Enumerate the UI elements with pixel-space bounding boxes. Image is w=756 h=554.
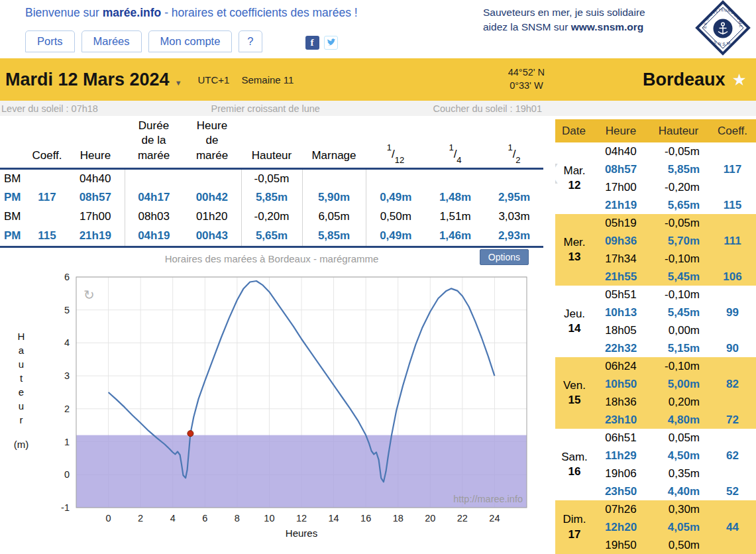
sidebar-col-heure: Heure — [594, 125, 648, 138]
svg-text:22: 22 — [457, 513, 468, 524]
event-height: -0,10m — [648, 357, 709, 375]
options-button[interactable]: Options — [480, 249, 529, 265]
event-coeff — [709, 393, 756, 411]
y-tick-labels: -10123456 — [61, 272, 70, 513]
day-label: Dim.17 — [555, 500, 594, 554]
snsm-link[interactable]: www.snsm.org — [571, 21, 644, 32]
tide-cell-marnage — [302, 169, 366, 188]
tide-cell-heure-maree: 00h42 — [183, 188, 241, 207]
svg-text:24: 24 — [489, 513, 500, 524]
svg-text:4: 4 — [64, 337, 70, 348]
tide-cell-f4: 1,46m — [425, 227, 485, 246]
svg-text:H: H — [18, 331, 25, 342]
snsm-line2: aidez la SNSM sur www.snsm.org — [483, 20, 682, 34]
tide-cell-type: PM — [0, 227, 28, 246]
sidebar-day-15[interactable]: Ven.1506h24-0,10m10h505,00m8218h360,20m2… — [555, 357, 756, 429]
event-coeff — [709, 250, 756, 268]
tide-cell-f4: 1,51m — [425, 207, 485, 227]
sidebar-days: Mar.1204h40-0,05m08h575,85m11717h00-0,20… — [555, 142, 756, 554]
chart-header: Horaires des marées à Bordeaux - marégra… — [0, 253, 543, 270]
svg-text:t: t — [20, 372, 23, 384]
facebook-icon[interactable]: f — [305, 36, 319, 50]
event-coeff — [709, 214, 756, 232]
tide-cell-type: PM — [0, 188, 28, 207]
event-coeff: 106 — [709, 268, 756, 286]
sidebar-day-14[interactable]: Jeu.1405h51-0,10m10h135,45m9918h050,00m2… — [555, 286, 756, 357]
svg-text:8: 8 — [235, 513, 240, 524]
tide-cell-f2: 2,93m — [485, 227, 543, 246]
main-content: Coeff. Heure Durée de la marée Heure de … — [0, 116, 543, 543]
twitter-icon[interactable] — [324, 36, 338, 50]
event-time: 19h50 — [594, 536, 648, 554]
refresh-icon[interactable]: ↻ — [83, 288, 95, 302]
event-height: -0,20m — [648, 178, 709, 196]
tide-event-row: 23h104,80m72 — [594, 411, 756, 429]
event-height: -0,05m — [648, 142, 709, 160]
tide-event-row: 10h505,00m82 — [594, 375, 756, 393]
snsm-logo-icon: LES SAUVETEURS EN MER S.N.S.M. — [695, 0, 751, 56]
brand-link[interactable]: marée.info — [103, 6, 162, 19]
tide-event-row: 19h060,35m — [594, 465, 756, 482]
tide-event-row: 21h195,65m115 — [594, 196, 756, 214]
event-time: 23h50 — [594, 482, 648, 500]
event-coeff — [709, 142, 756, 160]
svg-text:1: 1 — [64, 436, 70, 447]
event-time: 12h20 — [594, 518, 648, 536]
current-date[interactable]: Mardi 12 Mars 2024 — [5, 70, 170, 90]
event-time: 07h26 — [594, 500, 648, 518]
sidebar-day-12[interactable]: Mar.1204h40-0,05m08h575,85m11717h00-0,20… — [555, 142, 756, 214]
svg-text:18: 18 — [393, 513, 404, 524]
svg-text:u: u — [19, 359, 24, 370]
day-label: Ven.15 — [555, 357, 594, 429]
tide-event-row: 06h510,05m — [594, 429, 756, 447]
day-label: Mer.13 — [555, 214, 594, 286]
event-time: 11h29 — [594, 447, 648, 465]
tab-marees[interactable]: Marées — [81, 30, 142, 52]
tide-row-pm-08h57: PM11708h5704h1700h425,85m5,90m0,49m1,48m… — [0, 188, 543, 207]
tab-ports[interactable]: Ports — [25, 30, 75, 52]
sidebar-day-13[interactable]: Mer.1305h19-0,05m09h365,70m11117h34-0,10… — [555, 214, 756, 286]
tide-cell-marnage: 5,85m — [302, 227, 366, 246]
col-hauteur: Hauteur — [241, 116, 302, 169]
tide-event-row: 21h555,45m106 — [594, 268, 756, 286]
tide-event-row: 19h500,50m — [594, 536, 756, 554]
tide-cell-coeff: 117 — [28, 188, 66, 207]
tide-event-row: 06h24-0,10m — [594, 357, 756, 375]
event-height: 0,00m — [648, 321, 709, 339]
sidebar-col-hauteur: Hauteur — [648, 125, 709, 138]
favorite-star-icon[interactable]: ★ — [732, 70, 747, 89]
event-coeff — [709, 357, 756, 375]
tide-cell-f4: 1,48m — [425, 188, 485, 207]
tide-event-row: 05h51-0,10m — [594, 286, 756, 304]
svg-text:r: r — [20, 414, 23, 425]
date-dropdown-icon[interactable]: ▼ — [175, 79, 182, 87]
event-coeff — [709, 178, 756, 196]
tab-help[interactable]: ? — [239, 30, 262, 52]
tide-cell-type: BM — [0, 169, 28, 188]
tide-event-row: 07h260,30m — [594, 500, 756, 518]
svg-text:3: 3 — [64, 370, 70, 381]
tide-cell-f12: 0,49m — [366, 188, 425, 207]
tide-table: Coeff. Heure Durée de la marée Heure de … — [0, 116, 543, 246]
sidebar-day-16[interactable]: Sam.1606h510,05m11h294,50m6219h060,35m23… — [555, 429, 756, 500]
col-heure: Heure — [66, 116, 125, 169]
event-time: 10h13 — [594, 304, 648, 321]
event-height: 4,50m — [648, 447, 709, 465]
event-time: 08h57 — [594, 160, 648, 178]
event-height: 0,50m — [648, 536, 709, 554]
sidebar-header-row: Date Heure Hauteur Coeff. — [555, 119, 756, 142]
timezone-label: UTC+1 — [198, 74, 230, 85]
y-axis-unit: (m) — [14, 439, 29, 450]
tab-mon-compte[interactable]: Mon compte — [148, 30, 233, 52]
tide-cell-f12: 0,49m — [366, 227, 425, 246]
event-coeff: 52 — [709, 482, 756, 500]
snsm-banner: Sauveteurs en mer, je suis solidaire aid… — [483, 5, 682, 35]
col-frac-quarter: 1/4 — [425, 116, 485, 169]
svg-text:2: 2 — [138, 513, 143, 524]
sidebar-day-17[interactable]: Dim.1707h260,30m12h204,05m4419h500,50m — [555, 500, 756, 554]
x-tick-labels: 024681012141618202224 — [106, 513, 500, 524]
tide-cell-heure: 21h19 — [66, 227, 125, 246]
event-time: 05h51 — [594, 286, 648, 304]
tide-event-row: 09h365,70m111 — [594, 232, 756, 250]
tide-cell-heure: 04h40 — [66, 169, 125, 188]
